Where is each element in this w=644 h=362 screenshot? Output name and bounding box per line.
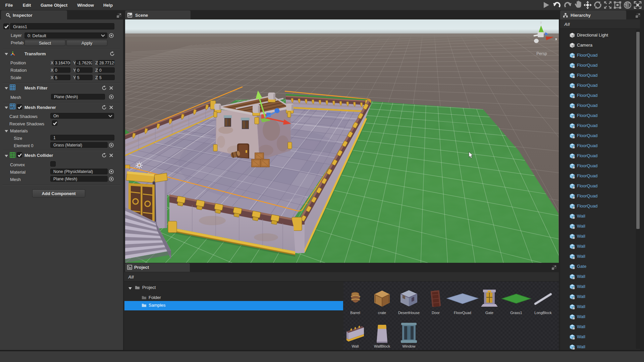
svg-text:crate: crate — [378, 311, 386, 315]
svg-text:Wall: Wall — [352, 344, 359, 348]
svg-text:Gate: Gate — [485, 311, 493, 315]
svg-text:Door: Door — [432, 311, 440, 315]
svg-text:WallBlock: WallBlock — [374, 344, 390, 348]
svg-text:FloorQuad: FloorQuad — [454, 311, 471, 315]
svg-text:z: z — [545, 29, 547, 33]
svg-text:x: x — [555, 37, 557, 41]
svg-text:Grass1: Grass1 — [510, 311, 522, 315]
svg-text:DesertHouse: DesertHouse — [398, 311, 420, 315]
svg-text:Window: Window — [402, 344, 415, 348]
svg-text:LongBlock: LongBlock — [534, 311, 552, 315]
svg-text:y: y — [540, 20, 542, 24]
svg-text:Barrel: Barrel — [350, 311, 360, 315]
svg-text:Persp: Persp — [536, 51, 547, 56]
